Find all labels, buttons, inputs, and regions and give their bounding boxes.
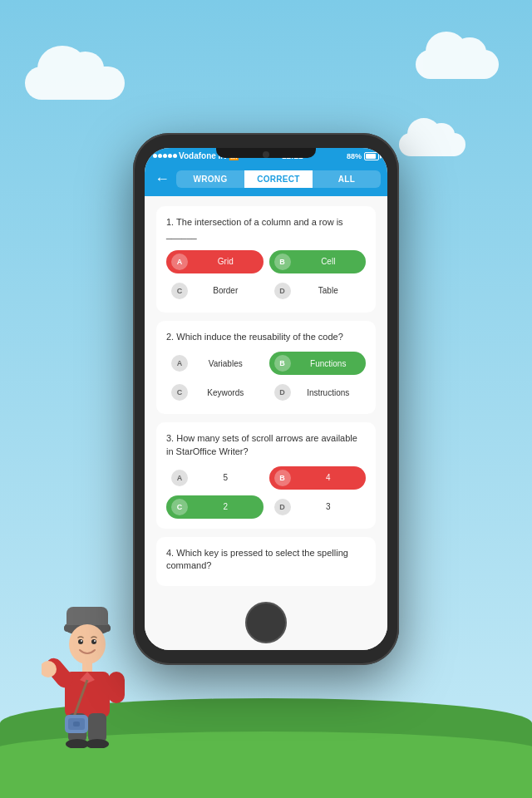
svg-rect-15: [88, 713, 106, 742]
signal-strength: [153, 154, 177, 158]
question-2: 2. Which induce the reusability of the c…: [156, 321, 376, 414]
option-1a-label: A: [171, 254, 188, 270]
question-1: 1. The intersection of a column and a ro…: [156, 206, 376, 313]
option-2c[interactable]: C Keywords: [166, 381, 264, 404]
option-2a[interactable]: A Variables: [166, 352, 264, 375]
character-illustration: [42, 582, 133, 748]
back-button[interactable]: ←: [151, 169, 173, 190]
option-3a-label: A: [171, 470, 188, 486]
svg-rect-19: [73, 722, 80, 727]
option-2d-label: D: [274, 384, 291, 401]
question-3: 3. How many sets of scroll arrows are av…: [156, 422, 376, 529]
question-2-text: 2. Which induce the reusability of the c…: [166, 331, 366, 343]
option-2a-label: A: [171, 355, 188, 372]
cloud-3: [399, 133, 466, 156]
svg-rect-8: [82, 663, 92, 672]
phone-home-button[interactable]: [245, 602, 287, 643]
option-3c[interactable]: C 2: [166, 495, 264, 519]
battery-percent: 88%: [347, 152, 362, 160]
option-3b-label: B: [274, 470, 291, 486]
option-1a[interactable]: A Grid: [166, 250, 264, 273]
tab-all[interactable]: ALL: [313, 170, 381, 188]
option-1a-text: Grid: [193, 257, 259, 266]
cloud-1: [25, 66, 125, 100]
question-3-options: A 5 B 4 C 2 D 3: [166, 466, 366, 519]
option-3c-text: 2: [193, 502, 259, 511]
question-3-text: 3. How many sets of scroll arrows are av…: [166, 432, 366, 458]
question-2-options: A Variables B Functions C Keywords: [166, 352, 366, 404]
option-1d-label: D: [274, 283, 291, 299]
battery-icon: [364, 152, 379, 160]
question-1-text: 1. The intersection of a column and a ro…: [166, 216, 366, 242]
option-1b-label: B: [274, 254, 291, 270]
option-1d-text: Table: [296, 286, 362, 295]
option-2c-text: Keywords: [193, 388, 259, 397]
svg-point-6: [81, 640, 82, 642]
option-3b[interactable]: B 4: [269, 466, 367, 490]
cloud-2: [416, 50, 499, 79]
tab-correct[interactable]: CORRECT: [244, 170, 313, 188]
option-2c-label: C: [171, 384, 188, 401]
phone-screen: Vodafone IN 📶 12:21 88% ← WRONG CORRECT …: [145, 148, 387, 650]
option-2a-text: Variables: [193, 359, 259, 368]
option-1c[interactable]: C Border: [166, 279, 264, 303]
phone-camera: [263, 151, 269, 158]
tab-group: WRONG CORRECT ALL: [176, 170, 381, 188]
svg-point-4: [78, 639, 83, 644]
option-1b[interactable]: B Cell: [269, 250, 367, 273]
svg-point-20: [66, 739, 89, 748]
svg-point-7: [94, 640, 96, 642]
question-4-text: 4. Which key is pressed to select the sp…: [166, 547, 366, 573]
tab-wrong[interactable]: WRONG: [176, 170, 244, 188]
option-3a[interactable]: A 5: [166, 466, 264, 490]
svg-point-5: [91, 639, 96, 644]
option-3d-label: D: [274, 499, 291, 515]
svg-point-3: [69, 624, 106, 664]
status-right: 88%: [347, 152, 379, 160]
option-3b-text: 4: [296, 473, 362, 482]
option-3d-text: 3: [296, 502, 362, 511]
option-1c-text: Border: [193, 286, 259, 295]
option-2b[interactable]: B Functions: [269, 352, 367, 375]
option-2b-text: Functions: [296, 359, 362, 368]
question-1-options: A Grid B Cell C Border D: [166, 250, 366, 303]
phone-frame: Vodafone IN 📶 12:21 88% ← WRONG CORRECT …: [133, 133, 399, 665]
option-3d[interactable]: D 3: [269, 495, 367, 519]
svg-rect-13: [108, 672, 125, 703]
option-2d-text: Instructions: [296, 388, 362, 397]
option-1b-text: Cell: [296, 257, 362, 266]
option-2b-label: B: [274, 355, 291, 372]
option-1d[interactable]: D Table: [269, 279, 367, 303]
option-3c-label: C: [171, 499, 188, 515]
question-4: 4. Which key is pressed to select the sp…: [156, 537, 376, 586]
option-1c-label: C: [171, 283, 188, 299]
quiz-content: 1. The intersection of a column and a ro…: [145, 196, 387, 650]
option-3a-text: 5: [193, 473, 259, 482]
svg-point-21: [86, 739, 109, 748]
navigation-tabs: ← WRONG CORRECT ALL: [145, 164, 387, 196]
option-2d[interactable]: D Instructions: [269, 381, 367, 404]
